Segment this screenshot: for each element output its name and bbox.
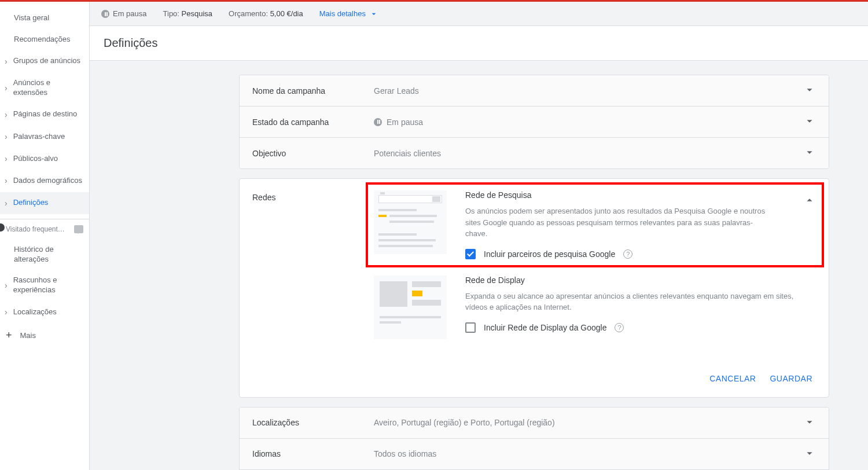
campaign-name-label: Nome da campanha <box>252 86 374 96</box>
campaign-summary-card: Nome da campanha Gerar Leads Estado da c… <box>239 75 829 169</box>
campaign-type: Tipo: Pesquisa <box>163 9 213 18</box>
collapse-button[interactable] <box>803 190 816 259</box>
expand-icon <box>803 447 816 461</box>
display-network-thumb-icon <box>374 276 447 339</box>
sidebar-item-settings[interactable]: Definições <box>0 192 89 214</box>
locations-label: Localizações <box>252 418 374 427</box>
pause-icon <box>374 118 382 126</box>
display-network-checkbox[interactable] <box>465 322 476 333</box>
sidebar-item-ads-extensions[interactable]: Anúncios e extensões <box>0 72 89 104</box>
more-settings-card: Localizações Aveiro, Portugal (região) e… <box>239 407 829 471</box>
campaign-status-value: Em pausa <box>374 118 803 127</box>
settings-content: Nome da campanha Gerar Leads Estado da c… <box>90 61 830 470</box>
display-network-title: Rede de Display <box>465 276 804 285</box>
search-network-title: Rede de Pesquisa <box>465 190 773 200</box>
sidebar-section-frequent: Visitado frequent… <box>0 219 89 239</box>
expand-icon <box>803 115 816 129</box>
locations-value: Aveiro, Portugal (região) e Porto, Portu… <box>374 418 803 427</box>
objective-label: Objectivo <box>252 149 374 158</box>
row-campaign-status[interactable]: Estado da campanha Em pausa <box>240 107 829 138</box>
row-languages[interactable]: Idiomas Todos os idiomas <box>240 439 829 470</box>
search-network-block: Rede de Pesquisa Os anúncios podem ser a… <box>366 182 824 267</box>
languages-value: Todos os idiomas <box>374 449 803 458</box>
row-objective[interactable]: Objectivo Potenciais clientes <box>240 138 829 168</box>
campaign-name-value: Gerar Leads <box>374 86 803 96</box>
sidebar-item-drafts[interactable]: Rascunhos e experiências <box>0 270 89 301</box>
main-content: Em pausa Tipo: Pesquisa Orçamento: 5,00 … <box>90 2 868 470</box>
sidebar-item-audiences[interactable]: Públicos-alvo <box>0 148 89 170</box>
search-partners-checkbox[interactable] <box>465 249 476 259</box>
row-locations[interactable]: Localizações Aveiro, Portugal (região) e… <box>240 407 829 439</box>
sidebar-item-keywords[interactable]: Palavras-chave <box>0 126 89 148</box>
display-network-desc: Expanda o seu alcance ao apresentar anún… <box>465 291 804 313</box>
campaign-info-bar: Em pausa Tipo: Pesquisa Orçamento: 5,00 … <box>90 2 868 26</box>
help-icon[interactable]: ? <box>615 323 624 332</box>
pause-icon <box>101 10 109 18</box>
sidebar: Vista geral Recomendações Grupos de anún… <box>0 2 90 470</box>
chevron-up-icon <box>803 194 816 207</box>
networks-actions: CANCELAR GUARDAR <box>240 365 829 397</box>
sidebar-item-adgroups[interactable]: Grupos de anúncios <box>0 50 89 72</box>
page-header: Definições <box>90 26 868 61</box>
expand-icon <box>803 416 816 430</box>
search-partners-label: Incluir parceiros de pesquisa Google <box>484 249 615 259</box>
expand-icon <box>803 146 816 160</box>
sidebar-item-demographics[interactable]: Dados demográficos <box>0 170 89 192</box>
save-button[interactable]: GUARDAR <box>770 374 812 383</box>
sidebar-item-landing-pages[interactable]: Páginas de destino <box>0 104 89 126</box>
page-title: Definições <box>104 36 854 50</box>
row-campaign-name[interactable]: Nome da campanha Gerar Leads <box>240 75 829 107</box>
display-network-label: Incluir Rede de Display da Google <box>484 323 606 332</box>
search-network-desc: Os anúncios podem ser apresentados junto… <box>465 205 773 240</box>
campaign-status-label: Estado da campanha <box>252 118 374 127</box>
display-network-block: Rede de Display Expanda o seu alcance ao… <box>374 276 816 353</box>
languages-label: Idiomas <box>252 449 374 458</box>
chevron-down-icon <box>369 9 378 19</box>
objective-value: Potenciais clientes <box>374 149 803 158</box>
sidebar-section-label: Visitado frequent… <box>6 225 65 233</box>
sidebar-item-locations[interactable]: Localizações <box>0 301 89 323</box>
campaign-status: Em pausa <box>101 9 147 19</box>
sidebar-item-overview[interactable]: Vista geral <box>0 8 89 29</box>
sidebar-item-recommendations[interactable]: Recomendações <box>0 29 89 50</box>
help-icon[interactable]: ? <box>623 249 632 259</box>
chat-icon <box>74 225 83 233</box>
search-network-thumb-icon <box>374 190 447 254</box>
expand-icon <box>803 83 816 98</box>
networks-card: Redes Rede de Pesquisa Os anúncios podem… <box>239 178 829 398</box>
sidebar-item-change-history[interactable]: Histórico de alterações <box>0 239 89 270</box>
networks-label: Redes <box>252 190 374 202</box>
more-details-link[interactable]: Mais detalhes <box>319 9 378 19</box>
campaign-budget: Orçamento: 5,00 €/dia <box>229 9 303 18</box>
sidebar-item-more[interactable]: Mais <box>0 323 89 348</box>
cancel-button[interactable]: CANCELAR <box>709 374 756 383</box>
